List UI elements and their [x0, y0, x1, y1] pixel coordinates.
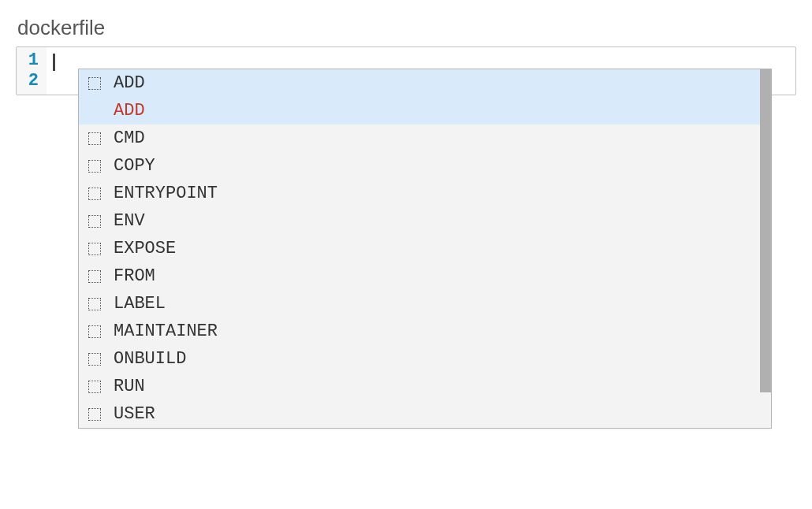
snippet-icon — [88, 215, 101, 228]
autocomplete-item-label[interactable]: LABEL — [79, 290, 771, 318]
snippet-icon — [88, 160, 101, 173]
autocomplete-item-user[interactable]: USER — [79, 400, 771, 428]
snippet-icon — [88, 270, 101, 283]
filename-label: dockerfile — [17, 16, 796, 40]
snippet-icon — [88, 381, 101, 393]
text-cursor — [53, 54, 55, 71]
snippet-icon — [88, 188, 101, 200]
autocomplete-label: CMD — [114, 128, 145, 148]
autocomplete-item-copy[interactable]: COPY — [79, 152, 771, 180]
autocomplete-label: ONBUILD — [114, 349, 186, 369]
autocomplete-label: ENV — [114, 211, 145, 231]
snippet-icon — [88, 325, 101, 338]
autocomplete-item-from[interactable]: FROM — [79, 262, 771, 290]
autocomplete-label: COPY — [114, 156, 155, 176]
scrollbar[interactable] — [760, 69, 771, 392]
autocomplete-detail: ADD — [79, 97, 771, 124]
autocomplete-label: LABEL — [114, 294, 166, 314]
autocomplete-item-add[interactable]: ADD — [79, 69, 771, 97]
autocomplete-label: RUN — [114, 377, 145, 396]
snippet-icon — [88, 298, 101, 310]
autocomplete-item-expose[interactable]: EXPOSE — [79, 235, 771, 262]
autocomplete-item-maintainer[interactable]: MAINTAINER — [79, 318, 771, 345]
snippet-icon — [88, 353, 101, 366]
snippet-icon — [88, 77, 101, 90]
autocomplete-label: USER — [114, 404, 155, 424]
snippet-icon — [88, 132, 101, 145]
line-number: 1 — [20, 50, 39, 71]
autocomplete-label: FROM — [114, 266, 155, 286]
autocomplete-popup[interactable]: ADD ADD CMD COPY ENTRYPOINT ENV EXPOSE F… — [78, 69, 772, 429]
editor-container: 1 2 ADD ADD CMD COPY ENTRYPOINT — [16, 46, 796, 95]
autocomplete-label: ENTRYPOINT — [114, 184, 218, 203]
autocomplete-label: ADD — [114, 73, 145, 93]
snippet-icon — [88, 408, 101, 421]
line-number-gutter: 1 2 — [17, 47, 47, 95]
autocomplete-label: MAINTAINER — [114, 321, 218, 341]
autocomplete-item-env[interactable]: ENV — [79, 207, 771, 235]
autocomplete-item-cmd[interactable]: CMD — [79, 124, 771, 152]
autocomplete-item-run[interactable]: RUN — [79, 373, 771, 400]
snippet-icon — [88, 243, 101, 255]
autocomplete-item-entrypoint[interactable]: ENTRYPOINT — [79, 180, 771, 207]
line-number: 2 — [20, 71, 39, 91]
autocomplete-item-onbuild[interactable]: ONBUILD — [79, 345, 771, 373]
autocomplete-label: EXPOSE — [114, 239, 176, 258]
